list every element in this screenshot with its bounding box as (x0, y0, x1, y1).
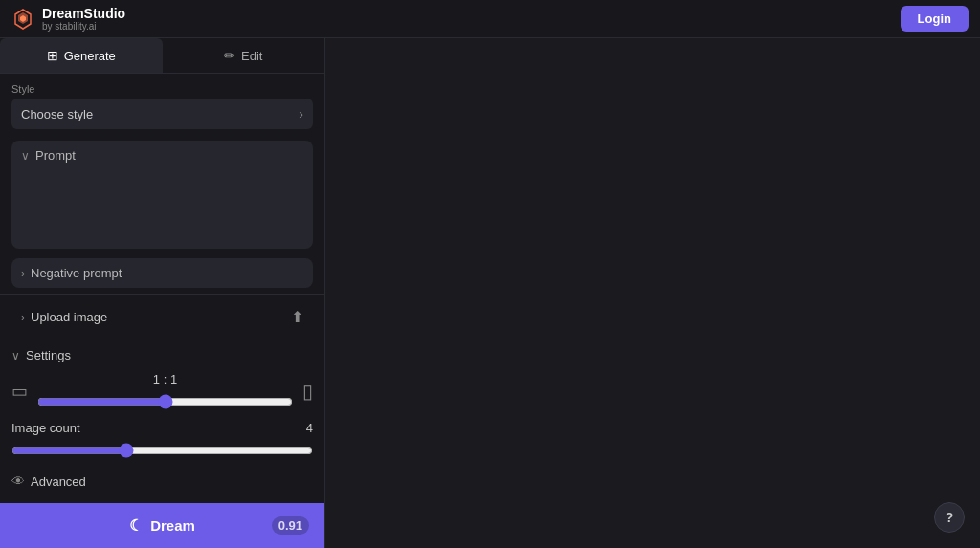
brand-name: DreamStudio (42, 6, 125, 21)
aspect-ratio-section: ▭ 1 : 1 ▯ (11, 372, 313, 409)
dream-button[interactable]: ☾ Dream 0.91 (0, 503, 324, 548)
image-count-label: Image count (11, 421, 80, 435)
prompt-input[interactable] (11, 168, 313, 245)
style-selector-text: Choose style (21, 107, 93, 121)
edit-icon: ✏ (224, 48, 235, 63)
dream-icon: ☾ (129, 516, 143, 535)
settings-chevron-icon: ∨ (11, 349, 20, 362)
tab-generate[interactable]: ⊞ Generate (0, 38, 163, 73)
aspect-ratio-slider[interactable] (37, 394, 293, 409)
aspect-portrait-icon: ▯ (302, 380, 313, 403)
prompt-section: ∨ Prompt (11, 141, 313, 249)
tab-edit-label: Edit (241, 49, 262, 63)
main-layout: ⊞ Generate ✏ Edit Style Choose style › ∨… (0, 38, 980, 548)
help-button[interactable]: ? (934, 502, 965, 533)
style-label: Style (11, 83, 313, 95)
advanced-section[interactable]: 👁 Advanced (0, 466, 324, 496)
prompt-header[interactable]: ∨ Prompt (11, 141, 313, 168)
upload-section[interactable]: › Upload image ⬆ (11, 300, 313, 334)
aspect-landscape-icon: ▭ (11, 381, 28, 402)
negative-prompt-section[interactable]: › Negative prompt (11, 258, 313, 288)
divider-1 (0, 294, 324, 295)
tabs-bar: ⊞ Generate ✏ Edit (0, 38, 324, 74)
settings-label: Settings (26, 348, 71, 362)
negative-prompt-label: Negative prompt (31, 266, 122, 280)
settings-header[interactable]: ∨ Settings (0, 342, 324, 368)
style-section: Style Choose style › (0, 74, 324, 135)
image-count-value: 4 (306, 421, 313, 435)
tab-edit[interactable]: ✏ Edit (163, 38, 325, 73)
aspect-slider-wrap: 1 : 1 (37, 372, 293, 409)
tab-generate-label: Generate (64, 49, 116, 63)
divider-2 (0, 340, 324, 340)
style-selector[interactable]: Choose style › (11, 99, 313, 129)
dream-label: Dream (150, 517, 195, 534)
sidebar: ⊞ Generate ✏ Edit Style Choose style › ∨… (0, 38, 325, 548)
logo-icon (11, 8, 34, 31)
brand-sub: by stability.ai (42, 21, 125, 32)
generate-icon: ⊞ (47, 48, 58, 63)
prompt-header-label: Prompt (35, 148, 76, 163)
advanced-label: Advanced (31, 474, 86, 489)
upload-arrow-icon: ⬆ (291, 308, 303, 326)
upload-chevron-icon: › (21, 311, 25, 324)
canvas-area: ? (325, 38, 980, 548)
aspect-ratio-label: 1 : 1 (153, 372, 177, 386)
dream-cost: 0.91 (272, 516, 309, 535)
login-button[interactable]: Login (901, 6, 969, 32)
brand: DreamStudio by stability.ai (11, 6, 125, 32)
prompt-chevron-icon: ∨ (21, 149, 30, 163)
upload-label: Upload image (31, 310, 107, 324)
eye-icon: 👁 (11, 473, 25, 489)
sidebar-spacer (0, 496, 324, 503)
negative-prompt-chevron-icon: › (21, 267, 25, 280)
chevron-right-icon: › (299, 106, 303, 121)
image-count-slider[interactable] (11, 443, 313, 458)
app-header: DreamStudio by stability.ai Login (0, 0, 980, 38)
image-count-section: Image count 4 (11, 421, 313, 462)
